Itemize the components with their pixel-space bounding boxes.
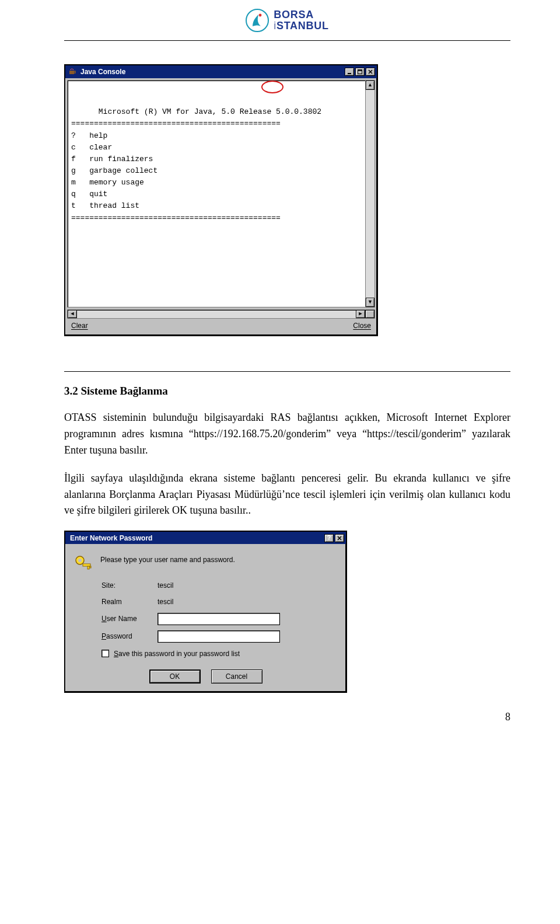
site-row: Site: tescil [102, 580, 338, 591]
close-button[interactable] [366, 68, 375, 76]
svg-rect-5 [358, 70, 362, 71]
section-heading: 3.2 Sisteme Bağlanma [64, 382, 510, 399]
password-input[interactable] [158, 630, 280, 643]
site-label: Site: [102, 580, 150, 591]
dialog-buttons: OK Cancel [74, 670, 338, 684]
java-cup-icon [68, 67, 77, 76]
password-label: Password [102, 631, 150, 642]
realm-row: Realm tescil [102, 597, 338, 608]
svg-rect-3 [348, 73, 351, 74]
ok-button[interactable]: OK [149, 670, 201, 684]
scroll-right-button[interactable]: ► [356, 310, 365, 318]
save-password-label: Save this password in your password list [114, 648, 240, 660]
svg-rect-2 [69, 71, 74, 74]
scroll-track[interactable] [366, 90, 374, 298]
realm-value: tescil [158, 597, 173, 608]
save-password-row: Save this password in your password list [102, 648, 338, 660]
username-label: User Name [102, 613, 150, 625]
console-body: Microsoft (R) VM for Java, 5.0 Release 5… [67, 80, 375, 308]
svg-rect-10 [90, 566, 91, 568]
red-circle-annotation-icon [261, 81, 284, 93]
minimize-button[interactable] [345, 68, 354, 76]
svg-point-7 [78, 559, 82, 562]
scroll-down-button[interactable]: ▼ [366, 298, 374, 307]
console-text: Microsoft (R) VM for Java, 5.0 Release 5… [68, 81, 365, 307]
realm-label: Realm [102, 597, 150, 608]
close-dialog-button[interactable] [335, 534, 344, 542]
clear-button[interactable]: Clear [69, 320, 90, 333]
console-button-bar: Clear Close [65, 320, 377, 335]
username-input[interactable] [158, 613, 280, 625]
page-number: 8 [64, 709, 510, 726]
password-row: Password [102, 630, 338, 643]
scroll-left-button[interactable]: ◄ [68, 310, 77, 318]
brand-header: BORSA iSTANBUL [64, 9, 510, 38]
divider [64, 371, 510, 372]
brand-line1: BORSA [274, 9, 328, 20]
cancel-button[interactable]: Cancel [211, 670, 262, 684]
scroll-up-button[interactable]: ▲ [366, 81, 374, 90]
dialog-titlebar: Enter Network Password ? [65, 532, 346, 544]
key-icon [74, 553, 93, 573]
save-password-checkbox[interactable] [102, 650, 109, 657]
dialog-message: Please type your user name and password. [100, 553, 235, 566]
site-value: tescil [158, 580, 173, 591]
divider [64, 40, 510, 41]
vertical-scrollbar[interactable]: ▲ ▼ [365, 81, 374, 307]
svg-rect-8 [83, 564, 90, 566]
close-console-button[interactable]: Close [351, 320, 373, 333]
java-console-titlebar: Java Console [65, 65, 377, 78]
window-buttons [345, 68, 375, 76]
paragraph-1: OTASS sisteminin bulunduğu bilgisayardak… [64, 410, 510, 459]
dialog-window-buttons: ? [324, 534, 344, 542]
horizontal-scrollbar[interactable]: ◄ ► [67, 309, 375, 319]
java-console-title: Java Console [80, 67, 341, 78]
brand-line2: iSTANBUL [274, 20, 328, 32]
scroll-corner [365, 310, 374, 318]
borsa-istanbul-logo-icon [246, 9, 269, 32]
paragraph-2: İlgili sayfaya ulaşıldığında ekrana sist… [64, 470, 510, 519]
maximize-button[interactable] [355, 68, 365, 76]
svg-point-1 [259, 14, 262, 17]
dialog-body: Please type your user name and password.… [65, 544, 346, 692]
network-password-dialog: Enter Network Password ? Please type yo [64, 531, 347, 693]
java-console-window: Java Console Microsoft (R) VM for Java, … [64, 64, 378, 336]
brand-text: BORSA iSTANBUL [274, 9, 328, 32]
username-row: User Name [102, 613, 338, 625]
help-button[interactable]: ? [324, 534, 334, 542]
dialog-title: Enter Network Password [68, 533, 321, 544]
svg-rect-9 [88, 566, 89, 569]
